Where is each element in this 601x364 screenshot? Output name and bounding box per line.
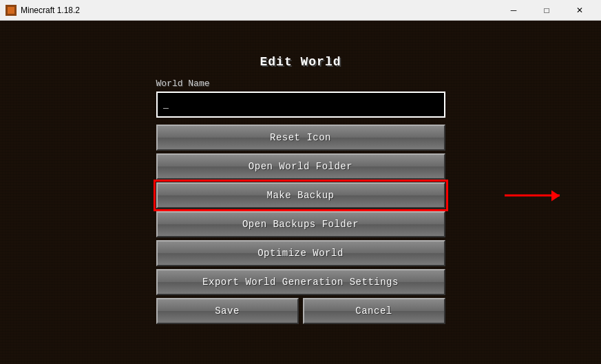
world-name-input[interactable] (156, 92, 445, 118)
reset-icon-button[interactable]: Reset Icon (156, 125, 445, 151)
save-label: Save (215, 306, 240, 317)
optimize-world-label: Optimize World (257, 248, 344, 259)
open-world-folder-button[interactable]: Open World Folder (156, 153, 445, 180)
edit-world-dialog: Edit World World Name Reset Icon Open Wo… (0, 21, 601, 364)
title-bar-title: Minecraft 1.18.2 (21, 6, 80, 15)
reset-icon-label: Reset Icon (270, 132, 331, 143)
cancel-label: Cancel (355, 306, 392, 317)
arrow-line (505, 195, 560, 197)
dialog-content: Edit World World Name Reset Icon Open Wo… (156, 55, 445, 330)
save-button[interactable]: Save (156, 298, 299, 324)
open-world-folder-label: Open World Folder (249, 161, 352, 172)
maximize-button[interactable]: □ (531, 0, 562, 21)
make-backup-button[interactable]: Make Backup (156, 182, 445, 208)
app-icon-inner (8, 7, 14, 14)
title-bar-controls: ─ □ ✕ (498, 0, 595, 21)
title-bar: Minecraft 1.18.2 ─ □ ✕ (0, 0, 601, 21)
app-icon (6, 5, 17, 16)
title-bar-left: Minecraft 1.18.2 (6, 5, 80, 16)
world-name-label: World Name (156, 78, 210, 89)
export-world-gen-label: Export World Generation Settings (202, 277, 399, 288)
optimize-world-button[interactable]: Optimize World (156, 240, 445, 266)
open-backups-folder-label: Open Backups Folder (242, 219, 359, 230)
save-cancel-row: Save Cancel (156, 298, 445, 327)
open-backups-folder-button[interactable]: Open Backups Folder (156, 211, 445, 237)
cancel-button[interactable]: Cancel (303, 298, 445, 324)
export-world-gen-button[interactable]: Export World Generation Settings (156, 269, 445, 295)
close-button[interactable]: ✕ (564, 0, 595, 21)
dialog-title: Edit World (260, 55, 341, 69)
make-backup-label: Make Backup (267, 190, 335, 201)
minimize-button[interactable]: ─ (498, 0, 529, 21)
arrow-annotation (505, 195, 560, 197)
